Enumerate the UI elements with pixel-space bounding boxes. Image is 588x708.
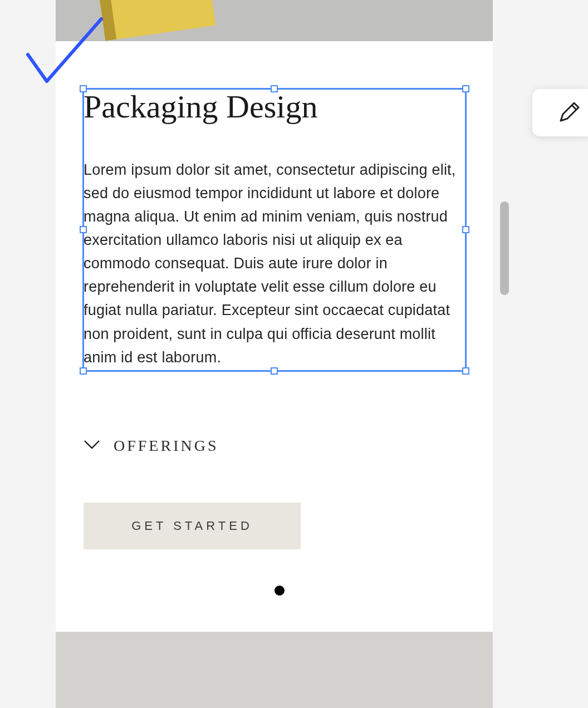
get-started-button[interactable]: GET STARTED: [84, 503, 301, 549]
pencil-icon: [557, 100, 582, 126]
offerings-accordion[interactable]: OFFERINGS: [84, 437, 218, 455]
scrollbar-thumb[interactable]: [500, 201, 509, 295]
section-body[interactable]: Lorem ipsum dolor sit amet, consectetur …: [84, 158, 465, 369]
content-block[interactable]: Packaging Design Lorem ipsum dolor sit a…: [84, 89, 465, 369]
next-section-image: [56, 632, 493, 708]
accordion-label: OFFERINGS: [114, 437, 218, 455]
chevron-down-icon: [84, 440, 100, 452]
edit-button[interactable]: [532, 89, 588, 136]
hero-image: [56, 0, 493, 41]
page-canvas: Packaging Design Lorem ipsum dolor sit a…: [56, 0, 493, 708]
section-heading[interactable]: Packaging Design: [84, 89, 465, 125]
cta-label: GET STARTED: [131, 519, 253, 533]
carousel-dot[interactable]: [275, 586, 285, 596]
